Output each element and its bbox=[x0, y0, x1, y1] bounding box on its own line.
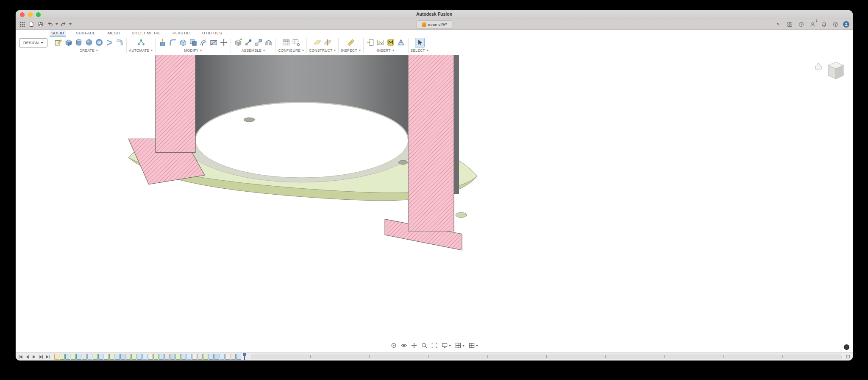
joint-feature-icon[interactable] bbox=[148, 354, 153, 360]
extrude-feature-icon[interactable] bbox=[159, 354, 164, 360]
hole-feature-icon[interactable] bbox=[82, 354, 87, 360]
display-settings-icon[interactable] bbox=[441, 342, 451, 349]
redo-menu-caret-icon[interactable] bbox=[69, 23, 72, 25]
group-label-configure[interactable]: CONFIGURE bbox=[278, 48, 304, 53]
sketch-feature-icon[interactable] bbox=[153, 354, 159, 360]
sketch-feature-icon[interactable] bbox=[131, 354, 136, 360]
group-label-modify[interactable]: MODIFY bbox=[184, 48, 202, 53]
pattern-feature-icon[interactable] bbox=[120, 354, 125, 360]
hole-feature-icon[interactable] bbox=[164, 354, 170, 360]
notifications-bell-icon[interactable] bbox=[820, 20, 828, 28]
undo-icon[interactable] bbox=[46, 20, 54, 28]
shell-icon[interactable] bbox=[178, 38, 188, 48]
model-section-wall-right[interactable] bbox=[408, 55, 454, 231]
press-pull-icon[interactable] bbox=[158, 38, 167, 48]
offset-face-icon[interactable] bbox=[198, 38, 208, 48]
split-body-icon[interactable] bbox=[209, 38, 218, 48]
rigid-group-icon[interactable] bbox=[264, 38, 273, 48]
hole-feature-icon[interactable] bbox=[231, 354, 236, 360]
extrude-feature-icon[interactable] bbox=[115, 354, 120, 360]
workspace-selector[interactable]: DESIGN bbox=[19, 38, 47, 48]
tab-surface[interactable]: SURFACE bbox=[74, 30, 97, 36]
move-copy-icon[interactable] bbox=[219, 38, 228, 48]
combine-icon[interactable] bbox=[188, 38, 198, 48]
user-avatar[interactable] bbox=[843, 21, 849, 28]
create-coil-icon[interactable] bbox=[104, 38, 114, 48]
extrude-feature-icon[interactable] bbox=[137, 354, 142, 360]
create-torus-icon[interactable] bbox=[94, 38, 104, 48]
new-component-icon[interactable] bbox=[233, 38, 243, 48]
extrude-feature-icon[interactable] bbox=[98, 354, 103, 360]
fillet-feature-icon[interactable] bbox=[186, 354, 192, 360]
help-icon[interactable] bbox=[832, 20, 839, 28]
fillet-feature-icon[interactable] bbox=[220, 354, 225, 360]
collaborate-icon[interactable]: 1 bbox=[809, 20, 816, 28]
app-grid-icon[interactable] bbox=[18, 20, 26, 28]
group-label-construct[interactable]: CONSTRUCT bbox=[309, 48, 336, 53]
extrude-feature-icon[interactable] bbox=[76, 354, 81, 360]
model-outer-wall-sliver[interactable] bbox=[454, 55, 459, 194]
automate-icon[interactable] bbox=[136, 38, 146, 48]
construct-axis-icon[interactable] bbox=[323, 38, 333, 48]
sketch-feature-icon[interactable] bbox=[60, 354, 65, 360]
timeline-position-marker[interactable] bbox=[242, 353, 247, 360]
construct-plane-icon[interactable] bbox=[313, 38, 323, 48]
select-tool-icon[interactable] bbox=[415, 38, 425, 48]
configure-icon[interactable] bbox=[281, 38, 291, 48]
fillet-feature-icon[interactable] bbox=[142, 354, 147, 360]
timeline-options-icon[interactable] bbox=[846, 355, 850, 359]
create-cylinder-icon[interactable] bbox=[74, 38, 83, 48]
viewcube-home-icon[interactable] bbox=[815, 63, 821, 69]
sketch-feature-icon[interactable] bbox=[203, 354, 208, 360]
group-label-inspect[interactable]: INSPECT bbox=[341, 48, 361, 53]
tab-utilities[interactable]: UTILITIES bbox=[200, 30, 224, 36]
extensions-icon[interactable] bbox=[786, 20, 793, 28]
group-label-insert[interactable]: INSERT bbox=[377, 48, 394, 53]
component-feature-icon[interactable] bbox=[54, 354, 59, 360]
fillet-icon[interactable] bbox=[168, 38, 178, 48]
configuration-table-icon[interactable] bbox=[292, 38, 301, 48]
job-status-icon[interactable] bbox=[797, 20, 805, 28]
pattern-feature-icon[interactable] bbox=[214, 354, 219, 360]
joint-feature-icon[interactable] bbox=[104, 354, 109, 360]
insert-decal-icon[interactable] bbox=[376, 38, 386, 48]
new-file-icon[interactable] bbox=[28, 20, 35, 28]
titlebar[interactable]: Autodesk Fusion bbox=[16, 10, 853, 19]
save-icon[interactable] bbox=[37, 20, 45, 28]
insert-mesh-icon[interactable] bbox=[396, 38, 406, 48]
hole-feature-icon[interactable] bbox=[126, 354, 131, 360]
timeline-step-back-icon[interactable] bbox=[25, 355, 30, 359]
fit-icon[interactable] bbox=[431, 342, 438, 349]
extrude-feature-icon[interactable] bbox=[181, 354, 186, 360]
timeline-step-forward-icon[interactable] bbox=[39, 355, 43, 359]
redo-icon[interactable] bbox=[60, 20, 67, 28]
create-pipe-icon[interactable] bbox=[114, 38, 124, 48]
status-indicator-icon[interactable] bbox=[844, 344, 849, 350]
pattern-feature-icon[interactable] bbox=[170, 354, 175, 360]
new-sketch-icon[interactable] bbox=[53, 38, 63, 48]
fillet-feature-icon[interactable] bbox=[87, 354, 92, 360]
extrude-feature-icon[interactable] bbox=[236, 354, 241, 360]
group-label-assemble[interactable]: ASSEMBLE bbox=[242, 48, 265, 53]
zoom-icon[interactable] bbox=[420, 342, 428, 349]
joint-icon[interactable] bbox=[243, 38, 253, 48]
pan-icon[interactable] bbox=[410, 342, 417, 349]
group-label-create[interactable]: CREATE bbox=[80, 48, 98, 53]
tab-plastic[interactable]: PLASTIC bbox=[171, 30, 192, 36]
viewport-canvas[interactable] bbox=[16, 55, 853, 352]
insert-mcmaster-icon[interactable] bbox=[386, 38, 396, 48]
create-box-icon[interactable] bbox=[64, 38, 73, 48]
viewports-icon[interactable] bbox=[468, 342, 479, 349]
model-pilot-hole-right[interactable] bbox=[398, 160, 408, 165]
group-label-select[interactable]: SELECT bbox=[411, 48, 429, 53]
close-tab-icon[interactable] bbox=[774, 20, 782, 28]
extrude-feature-icon[interactable] bbox=[65, 354, 70, 360]
tab-sheet-metal[interactable]: SHEET METAL bbox=[130, 30, 162, 36]
model-bolt-hole[interactable] bbox=[456, 212, 467, 218]
timeline-go-to-end-icon[interactable] bbox=[45, 355, 50, 359]
document-tab[interactable]: main v25* bbox=[416, 20, 452, 29]
look-at-icon[interactable] bbox=[400, 342, 407, 349]
as-built-joint-icon[interactable] bbox=[253, 38, 263, 48]
group-label-automate[interactable]: AUTOMATE bbox=[129, 48, 153, 53]
sketch-feature-icon[interactable] bbox=[71, 354, 76, 360]
